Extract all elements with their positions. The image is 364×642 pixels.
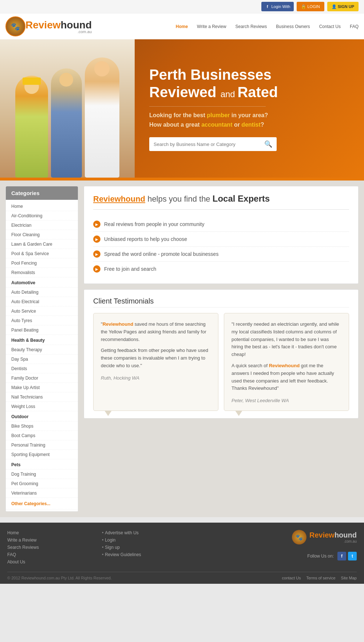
site-logo[interactable]: 🐾 Review hound .com.au — [5, 16, 92, 36]
sidebar-item-day-spa[interactable]: Day Spa — [6, 354, 78, 364]
sidebar-item-pool-fencing[interactable]: Pool Fencing — [6, 258, 78, 268]
link-weight-loss[interactable]: Weight Loss — [11, 404, 35, 409]
link-auto-tyres[interactable]: Auto Tyres — [11, 318, 32, 323]
sidebar-item-floor-cleaning[interactable]: Floor Cleaning — [6, 230, 78, 239]
sidebar-item-auto-electrical[interactable]: Auto Electrical — [6, 297, 78, 306]
nav-contact[interactable]: Contact Us — [319, 24, 341, 29]
link-electrician[interactable]: Electrician — [11, 223, 31, 228]
link-beauty-therapy[interactable]: Beauty Therapy — [11, 347, 42, 352]
sidebar-item-aircon[interactable]: Air-Conditioning — [6, 211, 78, 221]
hero-image — [0, 39, 135, 178]
feature-icon-1: ▶ — [93, 221, 100, 228]
footer-link-write-review[interactable]: Write a Review — [7, 537, 87, 543]
link-other-categories[interactable]: Other Categories... — [11, 501, 50, 506]
link-boot-camps[interactable]: Boot Camps — [11, 433, 35, 438]
sidebar-item-lawn[interactable]: Lawn & Garden Care — [6, 239, 78, 249]
testimonial-1-text: "Reviewhound saved me hours of time sear… — [101, 321, 211, 343]
sidebar-item-makeup-artist[interactable]: Make Up Artist — [6, 383, 78, 392]
link-home[interactable]: Home — [11, 204, 23, 209]
sidebar-item-weight-loss[interactable]: Weight Loss — [6, 402, 78, 411]
link-panel-beating[interactable]: Panel Beating — [11, 328, 39, 333]
link-personal-training[interactable]: Personal Training — [11, 443, 45, 448]
sidebar-item-bike-shops[interactable]: Bike Shops — [6, 421, 78, 431]
nav-faq[interactable]: FAQ — [350, 24, 359, 29]
footer-link-about[interactable]: About Us — [7, 559, 87, 564]
search-input[interactable] — [154, 142, 264, 147]
link-dog-training[interactable]: Dog Training — [11, 472, 36, 477]
sidebar-item-dentists[interactable]: Dentists — [6, 364, 78, 373]
footer-contact-link[interactable]: contact Us — [282, 576, 301, 580]
footer-link-search[interactable]: Search Reviews — [7, 544, 87, 550]
link-floor-cleaning[interactable]: Floor Cleaning — [11, 232, 40, 237]
footer-link-login[interactable]: Login — [102, 537, 182, 543]
link-auto-electrical[interactable]: Auto Electrical — [11, 299, 39, 304]
search-icon[interactable]: 🔍 — [264, 140, 272, 148]
sidebar-item-family-doctor[interactable]: Family Doctor — [6, 373, 78, 383]
login-button[interactable]: 🔒 LOGIN — [297, 2, 324, 11]
feature-icon-3: ▶ — [93, 250, 100, 258]
link-aircon[interactable]: Air-Conditioning — [11, 213, 42, 218]
sidebar-item-veterinarians[interactable]: Veterinarians — [6, 488, 78, 498]
login-facebook-button[interactable]: f Login With — [261, 2, 294, 11]
footer-logo: 🐾 Reviewhound .com.au — [292, 530, 357, 544]
sidebar-item-electrician[interactable]: Electrician — [6, 221, 78, 230]
signup-button[interactable]: 👤 SIGN UP — [327, 2, 359, 11]
sidebar-item-auto-detailing[interactable]: Auto Detailing — [6, 288, 78, 297]
link-pet-grooming[interactable]: Pet Grooming — [11, 481, 38, 486]
link-dentists[interactable]: Dentists — [11, 366, 27, 371]
facebook-social-icon[interactable]: f — [337, 552, 346, 560]
nav-home[interactable]: Home — [176, 24, 188, 29]
link-sporting-equipment[interactable]: Sporting Equipment — [11, 452, 50, 457]
footer-link-advertise[interactable]: Advertise with Us — [102, 530, 182, 535]
footer-link-home[interactable]: Home — [7, 530, 87, 535]
nav-business-owners[interactable]: Business Owners — [276, 24, 310, 29]
link-family-doctor[interactable]: Family Doctor — [11, 376, 38, 381]
feature-item-3: ▶ Spread the word online - promote local… — [93, 247, 349, 262]
hero-plumber[interactable]: plumber — [207, 112, 230, 118]
link-nail-technicians[interactable]: Nail Technicians — [11, 395, 43, 400]
link-auto-service[interactable]: Auto Service — [11, 309, 36, 314]
hero-dentist[interactable]: dentist — [241, 122, 260, 128]
sidebar-item-pet-grooming[interactable]: Pet Grooming — [6, 479, 78, 488]
link-day-spa[interactable]: Day Spa — [11, 357, 28, 362]
link-veterinarians[interactable]: Veterinarians — [11, 491, 37, 496]
sidebar-item-dog-training[interactable]: Dog Training — [6, 469, 78, 479]
link-makeup-artist[interactable]: Make Up Artist — [11, 385, 40, 390]
footer-link-faq[interactable]: FAQ — [7, 552, 87, 557]
tagline-brand[interactable]: Reviewhound — [93, 194, 145, 203]
logo-text-wrap: Review hound .com.au — [25, 19, 92, 34]
sidebar-item-boot-camps[interactable]: Boot Camps — [6, 431, 78, 440]
link-removalists[interactable]: Removalists — [11, 270, 35, 275]
tagline: Reviewhound helps you find the Local Exp… — [93, 194, 349, 210]
sidebar-item-panel-beating[interactable]: Panel Beating — [6, 325, 78, 335]
sidebar-item-personal-training[interactable]: Personal Training — [6, 440, 78, 450]
sidebar-item-sporting-equipment[interactable]: Sporting Equipment — [6, 450, 78, 459]
nav-write-review[interactable]: Write a Review — [197, 24, 226, 29]
link-auto-detailing[interactable]: Auto Detailing — [11, 290, 39, 295]
footer-link-review-guidelines[interactable]: Review Guidelines — [102, 552, 182, 557]
link-pool-fencing[interactable]: Pool Fencing — [11, 261, 37, 266]
footer-sitemap-link[interactable]: Site Map — [341, 576, 357, 580]
user-icon: 👤 — [332, 4, 338, 9]
hero-divider — [149, 106, 266, 107]
sidebar-item-removalists[interactable]: Removalists — [6, 268, 78, 277]
lock-icon: 🔒 — [301, 4, 307, 9]
footer-terms-link[interactable]: Terms of service — [306, 576, 336, 580]
sidebar-item-pool-spa[interactable]: Pool & Spa Service — [6, 249, 78, 258]
nav-search-reviews[interactable]: Search Reviews — [236, 24, 267, 29]
twitter-social-icon[interactable]: t — [348, 552, 357, 560]
sidebar-item-nail-technicians[interactable]: Nail Technicians — [6, 392, 78, 402]
sidebar-item-auto-service[interactable]: Auto Service — [6, 306, 78, 316]
sidebar-item-other[interactable]: Other Categories... — [6, 498, 78, 510]
link-pool-spa[interactable]: Pool & Spa Service — [11, 251, 49, 256]
sidebar-item-auto-tyres[interactable]: Auto Tyres — [6, 316, 78, 325]
link-bike-shops[interactable]: Bike Shops — [11, 424, 33, 429]
footer-logo-domain: .com.au — [309, 539, 357, 543]
feature-text-2: Unbiased reports to help you choose — [104, 236, 187, 242]
sidebar-item-home[interactable]: Home — [6, 202, 78, 211]
hero-accountant[interactable]: accountant — [201, 122, 232, 128]
sidebar-item-beauty-therapy[interactable]: Beauty Therapy — [6, 345, 78, 354]
testimonial-1-author: Ruth, Hocking WA — [101, 375, 211, 381]
footer-link-signup[interactable]: Sign up — [102, 544, 182, 550]
link-lawn[interactable]: Lawn & Garden Care — [11, 242, 52, 247]
